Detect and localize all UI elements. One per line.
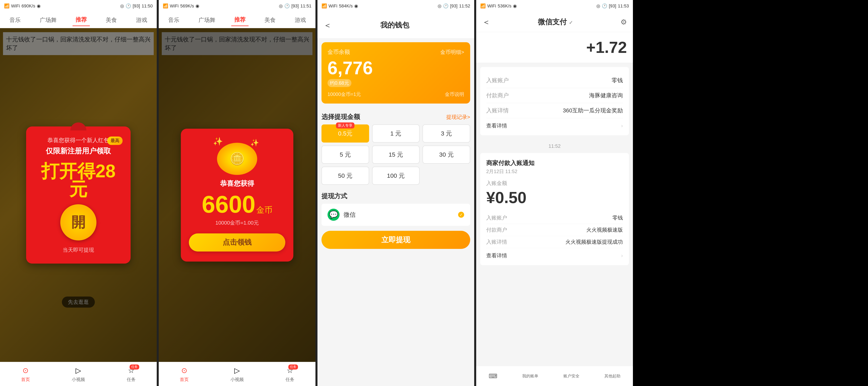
status-left-4: 📶 WiFi 536K/s ◉ [480,3,517,9]
merchant-notification: 商家付款入账通知 2月12日 11:52 入账金额 ¥0.50 入账账户 零钱 … [480,153,629,265]
balance-header: 金币余额 金币明细> [328,48,464,56]
settings-button[interactable]: ⚙ [620,18,627,26]
balance-label: 金币余额 [328,48,350,56]
bottom-item-video-1[interactable]: ▷ 小视频 [72,365,85,383]
status-bar-2: 📶 WiFi 569K/s ◉ ◎ 🕐 [93] 11:51 [159,0,315,12]
tab-game-1[interactable]: 游戏 [133,14,150,26]
tab-music-1[interactable]: 音乐 [6,14,24,26]
network-speed-1: 690K/s [22,3,35,9]
wechat-back-button[interactable]: ＜ [482,17,490,28]
wechat-icon: 💬 [328,209,340,221]
amount-btn-7[interactable]: 100 元 [372,167,420,185]
balance-note-left: 10000金币=1元 [328,91,361,97]
gold-exchange-rate: 10000金币=1.00元 [189,219,285,226]
status-right-3: ◎ 🕐 [93] 11:52 [438,3,470,9]
time-3: 11:52 [459,3,470,9]
withdraw-title: 选择提现金额 [321,113,360,121]
task-badge: 任务 [130,364,139,369]
withdraw-button[interactable]: 立即提现 [321,231,470,249]
wallet-back-button[interactable]: ＜ [323,20,332,31]
clock-icon: 🕐 [126,3,131,9]
wechat-title: 微信支付 ✓ [494,17,616,27]
amount-btn-2[interactable]: 3 元 [423,124,470,143]
arrow-icon-2: › [621,253,623,259]
network-speed-3: 584K/s [339,3,353,9]
wifi-indicator: WiFi [11,3,20,9]
amount-btn-1[interactable]: 1 元 [372,124,420,143]
tab-recommend-1[interactable]: 推荐 [72,14,90,26]
wechat-payment-option[interactable]: 💬 微信 ✓ [321,204,470,226]
status-bar-3: 📶 WiFi 584K/s ◉ ◎ 🕐 [93] 11:52 [317,0,474,12]
bottom-bar-2: ⊙ 首页 ▷ 小视频 ☆ 任务 任务 [159,362,315,386]
wechat-bottom-bill[interactable]: 我的账单 [522,373,538,379]
gold-balance-card: 金币余额 金币明细> 6,776 约0.68元 10000金币=1元 金币说明 [321,42,470,103]
tab-food-1[interactable]: 美食 [103,14,120,26]
time-2: 11:51 [300,3,311,9]
camera-icon: ◎ [120,3,124,9]
view-detail-link-1[interactable]: 查看详情 [486,122,507,129]
view-detail-row-2: 查看详情 › [486,248,623,259]
account-label-1: 入账账户 [486,77,509,84]
arrow-icon-1: › [621,123,623,129]
payment-check-icon: ✓ [458,212,464,218]
tab-recommend-2[interactable]: 推荐 [231,14,249,26]
notif-detail-row: 入账详情 火火视频极速版提现成功 [486,236,623,248]
status-left-2: 📶 WiFi 569K/s ◉ [163,3,199,9]
tab-food-2[interactable]: 美食 [261,14,279,26]
bottom-item-task-1[interactable]: ☆ 任务 任务 [126,365,136,383]
detail-row-1: 入账详情 360互助一瓜分现金奖励 [486,103,623,118]
my-bill-label: 我的账单 [522,373,538,379]
withdraw-section-header: 选择提现金额 提现记录> [321,108,470,124]
bottom-item-video-2[interactable]: ▷ 小视频 [230,365,244,383]
time-divider: 11:52 [476,139,633,153]
bottom-item-home-2[interactable]: ⊙ 首页 [179,365,189,383]
payment-name: 微信 [344,211,454,219]
amount-btn-0[interactable]: 新人专享 0.5元 [321,124,369,143]
notif-detail-value: 火火视频极速版提现成功 [565,238,623,245]
time-1: 11:50 [142,3,153,9]
balance-note-right[interactable]: 金币说明 [445,91,464,97]
video-label-1: 小视频 [72,377,85,383]
wechat-bottom-security[interactable]: 账户安全 [563,373,580,379]
amount-label-7: 100 元 [387,172,405,180]
rp-max-badge: 最高 [107,137,123,145]
panel-wechat: 📶 WiFi 536K/s ◉ ◎ 🕐 [93] 11:53 ＜ 微信支付 ✓ … [476,0,633,386]
content-area-1: 十元钱收了一口锅，回家清洗发现不对，仔细一整高兴坏了 最高 恭喜您获得一个新人红… [0,28,157,362]
wechat-bottom-more[interactable]: 其他起助 [604,373,620,379]
tab-square-2[interactable]: 广场舞 [195,14,218,26]
gold-claim-button[interactable]: 点击领钱 [189,233,285,251]
balance-detail-link[interactable]: 金币明细> [440,49,464,56]
task-label-1: 任务 [127,377,135,383]
video-icon-2: ▷ [232,365,242,376]
wechat-large-amount: +1.72 [476,32,633,63]
merchant-value-1: 海豚健康咨询 [589,92,623,99]
amount-badge-new: 新人专享 [336,122,354,128]
amount-grid: 新人专享 0.5元 1 元 3 元 5 元 15 元 30 元 50 元 1 [321,124,470,185]
transaction-detail-1: 入账账户 零钱 付款商户 海豚健康咨询 入账详情 360互助一瓜分现金奖励 查看… [480,67,629,135]
bottom-item-home-1[interactable]: ⊙ 首页 [21,365,31,383]
red-packet-card: 最高 恭喜您获得一个新人红包 仅限新注册用户领取 打开得28元 開 当天即可提现 [26,126,131,264]
withdraw-history-link[interactable]: 提现记录> [446,114,470,121]
tab-game-2[interactable]: 游戏 [292,14,309,26]
gold-packet-overlay: 🪙 恭喜您获得 6600 金币 10000金币=1.00元 点击领钱 [159,28,315,362]
amount-btn-3[interactable]: 5 元 [321,146,369,164]
amount-btn-5[interactable]: 30 元 [423,146,470,164]
tab-music-2[interactable]: 音乐 [165,14,182,26]
separator-1 [157,0,159,386]
amount-btn-4[interactable]: 15 元 [372,146,420,164]
tab-square-1[interactable]: 广场舞 [37,14,60,26]
view-detail-link-2[interactable]: 查看详情 [486,252,507,259]
wechat-bottom-keyboard[interactable]: ⌨ [489,373,497,380]
notif-amount: ¥0.50 [486,188,623,207]
location-3: ◉ [354,3,358,9]
notif-merchant-row: 付款商户 火火视频极速版 [486,224,623,236]
merchant-row-1: 付款商户 海豚健康咨询 [486,88,623,103]
bottom-item-task-2[interactable]: ☆ 任务 任务 [285,365,295,383]
balance-note-row: 10000金币=1元 金币说明 [328,91,464,97]
amount-btn-6[interactable]: 50 元 [321,167,369,185]
clock-3: 🕐 [443,3,448,9]
wechat-header: ＜ 微信支付 ✓ ⚙ [476,12,633,32]
rp-open-button[interactable]: 開 [60,204,96,240]
location-4: ◉ [513,3,517,9]
gold-subtitle: 恭喜您获得 [189,179,285,188]
